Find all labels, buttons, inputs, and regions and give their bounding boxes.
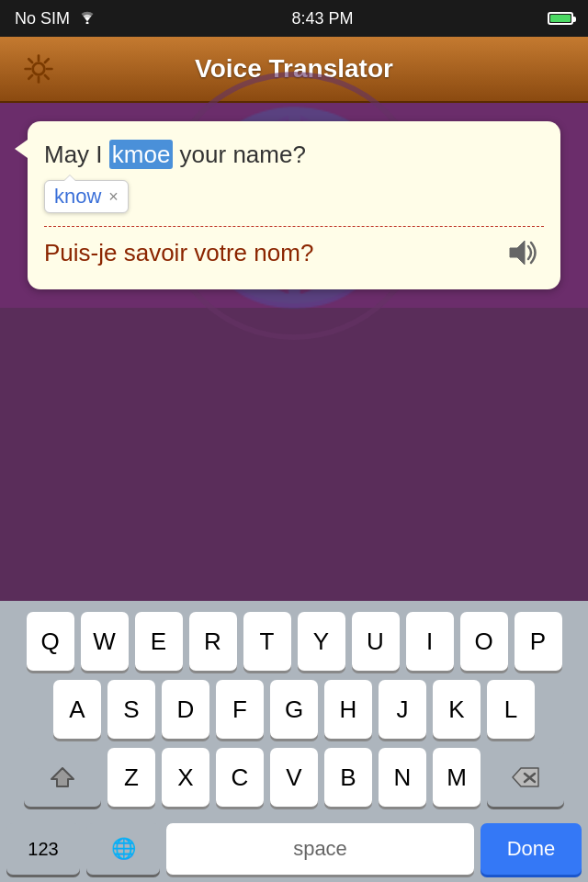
key-e[interactable]: E — [135, 612, 183, 671]
key-n[interactable]: N — [379, 748, 426, 807]
key-c[interactable]: C — [216, 748, 264, 807]
svg-line-9 — [28, 75, 32, 79]
key-p[interactable]: P — [514, 612, 562, 671]
key-x[interactable]: X — [162, 748, 209, 807]
source-post: your name? — [173, 141, 306, 168]
key-r[interactable]: R — [189, 612, 237, 671]
key-o[interactable]: O — [460, 612, 508, 671]
carrier-text: No SIM — [15, 9, 70, 28]
done-key[interactable]: Done — [481, 823, 582, 875]
keyboard-bottom-row: 123 🌐 space Done — [0, 816, 588, 882]
svg-line-7 — [45, 75, 49, 79]
svg-point-1 — [33, 63, 45, 75]
battery-area — [548, 12, 573, 25]
keyboard-row-1: Q W E R T Y U I O P — [0, 612, 588, 671]
translated-row: Puis-je savoir votre nom? — [44, 232, 544, 273]
key-a[interactable]: A — [53, 680, 101, 739]
source-pre: May I — [44, 141, 109, 168]
svg-marker-12 — [513, 768, 538, 786]
key-g[interactable]: G — [270, 680, 318, 739]
delete-key[interactable] — [487, 748, 564, 807]
keyboard: Q W E R T Y U I O P A S D F G H J K L Z … — [0, 601, 588, 882]
svg-line-6 — [28, 59, 32, 62]
speaker-button[interactable] — [503, 232, 544, 273]
key-s[interactable]: S — [107, 680, 155, 739]
shift-icon — [50, 764, 75, 790]
delete-icon — [512, 767, 539, 787]
speaker-icon — [506, 239, 541, 266]
gear-icon — [22, 52, 55, 85]
key-f[interactable]: F — [216, 680, 264, 739]
globe-key[interactable]: 🌐 — [86, 823, 160, 875]
shift-key[interactable] — [24, 748, 101, 807]
translation-area: May I kmoe your name? know × Puis-je sav… — [0, 103, 588, 308]
carrier-wifi: No SIM — [15, 9, 97, 28]
key-u[interactable]: U — [352, 612, 400, 671]
key-d[interactable]: D — [162, 680, 209, 739]
status-bar: No SIM 8:43 PM — [0, 0, 588, 37]
svg-point-0 — [86, 21, 89, 24]
key-j[interactable]: J — [379, 680, 426, 739]
translation-bubble: May I kmoe your name? know × Puis-je sav… — [28, 121, 560, 289]
autocorrect-popup[interactable]: know × — [44, 180, 129, 213]
wifi-icon — [77, 9, 97, 28]
source-text: May I kmoe your name? — [44, 138, 544, 171]
key-y[interactable]: Y — [298, 612, 345, 671]
divider — [44, 226, 544, 227]
numbers-key[interactable]: 123 — [6, 823, 80, 875]
key-l[interactable]: L — [487, 680, 535, 739]
battery-icon — [548, 12, 573, 25]
key-b[interactable]: B — [324, 748, 372, 807]
autocorrect-suggestion: know — [54, 185, 101, 209]
key-h[interactable]: H — [324, 680, 372, 739]
key-w[interactable]: W — [81, 612, 129, 671]
key-m[interactable]: M — [433, 748, 481, 807]
svg-marker-11 — [51, 768, 74, 786]
translated-text: Puis-je savoir votre nom? — [44, 239, 313, 267]
key-v[interactable]: V — [270, 748, 318, 807]
time-display: 8:43 PM — [291, 9, 353, 28]
key-z[interactable]: Z — [107, 748, 155, 807]
key-i[interactable]: I — [406, 612, 454, 671]
key-k[interactable]: K — [433, 680, 481, 739]
settings-button[interactable] — [18, 49, 59, 89]
space-key[interactable]: space — [166, 823, 474, 875]
svg-marker-10 — [510, 241, 525, 265]
highlighted-word: kmoe — [109, 140, 174, 169]
svg-line-8 — [45, 59, 49, 62]
key-q[interactable]: Q — [27, 612, 74, 671]
autocorrect-dismiss-button[interactable]: × — [108, 187, 119, 207]
keyboard-row-3: Z X C V B N M — [0, 748, 588, 807]
keyboard-row-2: A S D F G H J K L — [0, 680, 588, 739]
key-t[interactable]: T — [243, 612, 291, 671]
